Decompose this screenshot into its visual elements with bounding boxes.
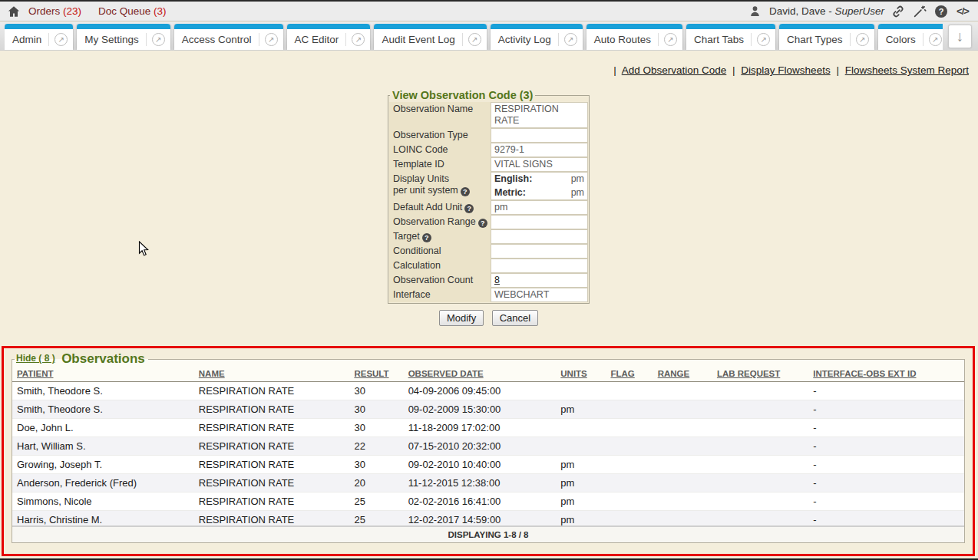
help-icon[interactable]: ? [464, 204, 474, 213]
open-in-new-icon[interactable]: ↗ [664, 33, 677, 46]
tab-overflow-button[interactable]: ↓ [948, 25, 972, 48]
open-in-new-icon[interactable]: ↗ [152, 33, 165, 46]
field-label: LOINC Code [389, 143, 491, 157]
tab-label: Auto Routes [594, 34, 658, 45]
col-result[interactable]: RESULT [352, 367, 406, 382]
help-icon[interactable]: ? [461, 187, 470, 196]
display-flowsheets-link[interactable]: Display Flowsheets [741, 64, 830, 76]
cell-ext-id: - [811, 437, 964, 456]
field-label: Calculation [389, 259, 491, 273]
tab-auto-routes[interactable]: Auto Routes↗ [586, 24, 682, 50]
cell-lab-request [715, 492, 811, 511]
col-name[interactable]: NAME [197, 367, 353, 382]
orders-link[interactable]: Orders (23) [28, 5, 81, 17]
hide-observations-link[interactable]: Hide ( 8 ) [16, 353, 55, 364]
open-in-new-icon[interactable]: ↗ [856, 33, 869, 46]
cell-observed: 07-15-2010 20:32:00 [407, 437, 560, 456]
cell-flag [609, 492, 656, 511]
doc-queue-link[interactable]: Doc Queue (3) [98, 5, 167, 17]
paging-status: DISPLAYING 1-8 / 8 [12, 525, 964, 542]
table-row: Smith, Theodore S.RESPIRATION RATE3004-0… [12, 382, 964, 400]
cancel-button[interactable]: Cancel [492, 310, 538, 326]
table-row: Anderson, Frederick (Fred)RESPIRATION RA… [12, 474, 964, 492]
help-icon[interactable]: ? [478, 219, 487, 228]
flowsheets-system-report-link[interactable]: Flowsheets System Report [845, 64, 969, 76]
col-lab-request[interactable]: LAB REQUEST [715, 367, 811, 382]
observation-count-link[interactable]: 8 [494, 275, 500, 285]
link-icon[interactable] [890, 4, 906, 19]
code-icon[interactable]: </> [955, 4, 970, 19]
form-row: Observation NameRESPIRATION RATE [389, 102, 588, 128]
tab-strip: Admin↗ My Settings↗ Access Control↗ AC E… [5, 24, 943, 50]
default-add-unit-value: pm [491, 200, 588, 215]
field-label: Display Units per unit system? [389, 172, 491, 200]
mouse-cursor [138, 241, 150, 261]
orders-count: (23) [63, 5, 81, 17]
form-row: Calculation [389, 259, 588, 273]
cell-lab-request [715, 474, 811, 492]
open-in-new-icon[interactable]: ↗ [929, 33, 942, 46]
col-range[interactable]: RANGE [656, 367, 715, 382]
tab-colors[interactable]: Colors↗ [878, 24, 943, 50]
open-in-new-icon[interactable]: ↗ [55, 33, 68, 46]
observation-range-value [491, 215, 588, 229]
tab-audit-event-log[interactable]: Audit Event Log↗ [374, 24, 486, 50]
home-icon[interactable] [7, 5, 21, 18]
form-title: View Observation Code (3) [390, 89, 535, 101]
observation-count-value: 8 [491, 273, 588, 288]
tab-accent [287, 24, 371, 29]
tab-chart-tabs[interactable]: Chart Tabs↗ [686, 24, 775, 50]
cell-observed: 11-18-2009 17:02:00 [407, 419, 560, 437]
tab-access-control[interactable]: Access Control↗ [174, 24, 283, 50]
wand-icon[interactable] [912, 4, 927, 19]
tab-ac-editor[interactable]: AC Editor↗ [287, 24, 371, 50]
field-label: Target? [389, 229, 491, 244]
form-row: Template IDVITAL SIGNS [389, 157, 588, 172]
cell-name: RESPIRATION RATE [197, 382, 353, 400]
cell-name: RESPIRATION RATE [197, 474, 353, 492]
cell-name: RESPIRATION RATE [197, 419, 353, 437]
table-header-row: PATIENT NAME RESULT OBSERVED DATE UNITS … [12, 367, 964, 382]
interface-value: WEBCHART [491, 288, 588, 302]
tab-my-settings[interactable]: My Settings↗ [77, 24, 170, 50]
doc-queue-label: Doc Queue [98, 5, 150, 17]
cell-patient: Growing, Joseph T. [12, 456, 197, 474]
cell-patient: Smith, Theodore S. [12, 382, 197, 400]
open-in-new-icon[interactable]: ↗ [564, 33, 577, 46]
help-icon[interactable]: ? [933, 4, 949, 19]
tab-accent [491, 24, 583, 29]
field-label: Conditional [389, 244, 491, 259]
table-row: Doe, John L.RESPIRATION RATE3011-18-2009… [12, 419, 964, 437]
cell-flag [609, 474, 656, 492]
open-in-new-icon[interactable]: ↗ [352, 33, 365, 46]
tab-activity-log[interactable]: Activity Log↗ [491, 24, 583, 50]
col-units[interactable]: UNITS [559, 367, 609, 382]
modify-button[interactable]: Modify [439, 310, 484, 326]
open-in-new-icon[interactable]: ↗ [468, 33, 481, 46]
add-observation-code-link[interactable]: Add Observation Code [622, 64, 727, 76]
tab-bar: Admin↗ My Settings↗ Access Control↗ AC E… [0, 22, 978, 51]
form-row: Target? [389, 229, 588, 244]
cell-patient: Hart, William S. [12, 437, 197, 456]
col-observed-date[interactable]: OBSERVED DATE [407, 367, 560, 382]
cell-units [559, 437, 609, 456]
cell-name: RESPIRATION RATE [197, 437, 353, 456]
tab-accent [779, 24, 874, 29]
cell-lab-request [715, 382, 811, 400]
cell-range [656, 419, 715, 437]
col-patient[interactable]: PATIENT [12, 367, 197, 382]
tab-chart-types[interactable]: Chart Types↗ [779, 24, 874, 50]
observation-type-value [491, 128, 588, 143]
cell-patient: Simmons, Nicole [12, 492, 197, 511]
cell-result: 25 [352, 492, 406, 511]
col-interface-obs-ext-id[interactable]: INTERFACE-OBS EXT ID [811, 367, 964, 382]
open-in-new-icon[interactable]: ↗ [757, 33, 770, 46]
cell-range [656, 400, 715, 419]
help-icon[interactable]: ? [422, 233, 431, 242]
tab-admin[interactable]: Admin↗ [5, 24, 73, 50]
col-flag[interactable]: FLAG [609, 367, 656, 382]
cell-lab-request [715, 400, 811, 419]
divider [462, 33, 463, 46]
tab-label: My Settings [84, 34, 146, 45]
open-in-new-icon[interactable]: ↗ [265, 33, 278, 46]
